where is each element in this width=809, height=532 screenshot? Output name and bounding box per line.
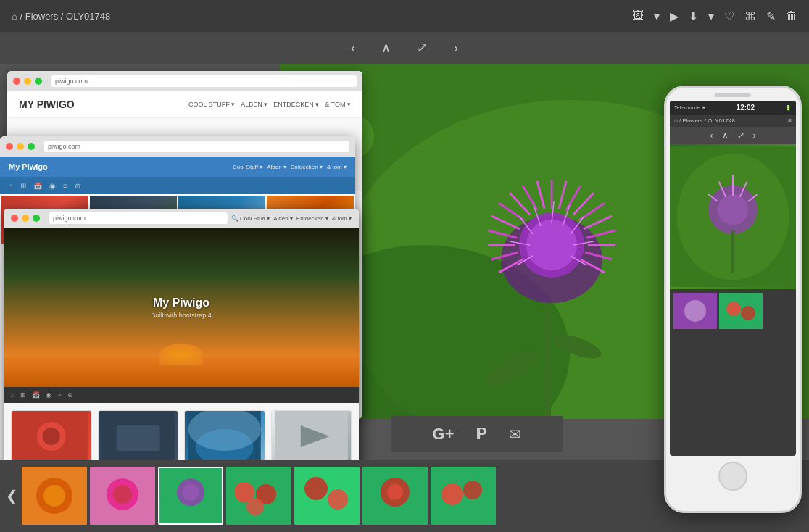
- minimize-dot[interactable]: [24, 78, 31, 85]
- nav-alben-1[interactable]: ALBEN ▾: [241, 101, 267, 108]
- phone-main-image[interactable]: [670, 144, 796, 289]
- nav-coolstuff-1[interactable]: COOL STUFF ▾: [188, 101, 235, 108]
- svg-point-64: [304, 477, 328, 500]
- nav-tom-3[interactable]: & tom ▾: [332, 215, 352, 222]
- piwigo-nav-items-1: COOL STUFF ▾ ALBEN ▾ ENTDECKEN ▾ & TOM ▾: [188, 101, 351, 108]
- image-icon[interactable]: 🖼: [632, 9, 644, 22]
- svg-point-83: [684, 300, 706, 322]
- phone-thumb-2[interactable]: [719, 293, 763, 329]
- album-thumb-landscape: [185, 411, 265, 462]
- breadcrumb: ⌂ / Flowers / OLY01748: [12, 11, 632, 22]
- svg-point-65: [328, 489, 348, 510]
- strip-thumb-active[interactable]: [158, 467, 223, 525]
- top-toolbar: ⌂ / Flowers / OLY01748 🖼 ▾ ▶ ⬇ ▾ ♡ ⌘ ✎ 🗑: [0, 0, 809, 32]
- strip-thumb-1[interactable]: [22, 467, 87, 525]
- toolbar-icons: 🖼 ▾ ▶ ⬇ ▾ ♡ ⌘ ✎ 🗑: [632, 9, 797, 23]
- strip-thumb-6[interactable]: [431, 467, 496, 525]
- list-icon-3[interactable]: ≡: [57, 391, 61, 399]
- nav-entdecken-3[interactable]: Entdecken ▾: [296, 215, 328, 222]
- piwigo-nav-1: MY PIWIGO COOL STUFF ▾ ALBEN ▾ ENTDECKEN…: [7, 91, 362, 118]
- up-button[interactable]: ∧: [376, 37, 397, 59]
- svg-point-86: [741, 306, 755, 320]
- svg-point-70: [441, 483, 463, 505]
- dark-hero-title: My Piwigo: [153, 296, 209, 309]
- phone-next-button[interactable]: ›: [753, 130, 756, 141]
- pinterest-icon[interactable]: 𝗣: [476, 425, 487, 444]
- home-icon-3[interactable]: ⌂: [11, 391, 14, 399]
- close-dot-3[interactable]: [11, 215, 18, 222]
- nav-search-3[interactable]: 🔍 Cool Stuff ▾: [231, 215, 270, 222]
- phone-up-button[interactable]: ∧: [722, 130, 729, 141]
- strip-thumb-5[interactable]: [362, 467, 428, 525]
- strip-thumb-3[interactable]: [226, 467, 291, 525]
- main-area: Demo Gall piwigo.com MY PIWIGO COOL STUF…: [0, 64, 809, 532]
- share-icon[interactable]: ⌘: [744, 9, 756, 23]
- dropdown-arrow-icon[interactable]: ▾: [654, 9, 660, 23]
- googleplus-icon[interactable]: G+: [433, 425, 455, 444]
- url-bar-2[interactable]: piwigo.com: [44, 141, 349, 152]
- phone-prev-button[interactable]: ‹: [710, 130, 713, 141]
- prev-button[interactable]: ‹: [345, 38, 361, 59]
- close-dot-2[interactable]: [6, 143, 13, 150]
- strip-thumb-4[interactable]: [294, 467, 360, 525]
- phone-speaker: [715, 93, 751, 97]
- piwigo-nav-3: 🔍 Cool Stuff ▾ Alben ▾ Entdecken ▾ & tom…: [231, 215, 352, 222]
- grid-icon-3[interactable]: ⊞: [20, 391, 26, 399]
- expand-button[interactable]: ⤢: [411, 37, 433, 59]
- album-thumb-travel: [99, 411, 178, 462]
- phone-home-button[interactable]: [718, 462, 747, 491]
- mail-icon[interactable]: ✉: [509, 425, 521, 443]
- nav-entdecken-1[interactable]: ENTDECKEN ▾: [273, 101, 319, 108]
- piwigo-header-2: My Piwigo Cool Stuff ▾ Alben ▾ Entdecken…: [0, 157, 355, 177]
- maximize-dot-2[interactable]: [28, 143, 35, 150]
- map-icon[interactable]: ◉: [49, 182, 56, 190]
- url-bar-3[interactable]: piwigo.com: [49, 212, 228, 224]
- strip-prev-button[interactable]: ❮: [6, 487, 18, 504]
- nav-alben-2[interactable]: Alben ▾: [267, 164, 286, 170]
- tags-icon-3[interactable]: ⊕: [67, 391, 73, 399]
- phone-status-bar: Telekom.de ✦ 12:02 🔋: [670, 101, 796, 115]
- next-button[interactable]: ›: [448, 38, 464, 59]
- dropdown-arrow-2-icon[interactable]: ▾: [708, 9, 714, 23]
- tags-icon[interactable]: ⊕: [75, 182, 80, 190]
- list-icon[interactable]: ≡: [63, 182, 67, 190]
- phone-thumb-1[interactable]: [673, 293, 717, 329]
- phone-menu-icon[interactable]: ≡: [788, 117, 792, 124]
- minimize-dot-3[interactable]: [22, 215, 29, 222]
- url-bar-1[interactable]: piwigo.com: [51, 75, 357, 87]
- close-dot[interactable]: [13, 78, 20, 85]
- minimize-dot-2[interactable]: [17, 143, 24, 150]
- nav-coolstuff-2[interactable]: Cool Stuff ▾: [233, 164, 262, 170]
- svg-rect-69: [431, 467, 496, 525]
- play-icon[interactable]: ▶: [670, 9, 679, 23]
- home-icon-2[interactable]: ⌂: [9, 182, 13, 190]
- maximize-dot-3[interactable]: [33, 215, 40, 222]
- phone-nav: ‹ ∧ ⤢ ›: [670, 127, 796, 144]
- phone-carrier: Telekom.de ✦: [674, 105, 706, 111]
- strip-thumb-2[interactable]: [90, 467, 155, 525]
- pencil-icon[interactable]: ✎: [766, 9, 776, 23]
- dark-hero-subtitle: Built with bootstrap 4: [151, 312, 212, 319]
- dark-hero: My Piwigo Built with bootstrap 4: [4, 228, 359, 387]
- phone-thumbs: [670, 289, 796, 333]
- heart-icon[interactable]: ♡: [724, 9, 734, 23]
- svg-rect-44: [116, 425, 159, 451]
- trash-icon[interactable]: 🗑: [786, 9, 797, 22]
- nav-alben-3[interactable]: Alben ▾: [273, 215, 293, 222]
- phone-time: 12:02: [737, 104, 755, 112]
- album-thumb-video: [272, 411, 352, 462]
- svg-point-75: [718, 194, 749, 225]
- nav-tom-1[interactable]: & TOM ▾: [325, 101, 351, 108]
- svg-point-27: [526, 220, 577, 270]
- phone-expand-button[interactable]: ⤢: [737, 130, 744, 141]
- social-bar: G+ 𝗣 ✉: [391, 416, 563, 452]
- nav-tom-2[interactable]: & tom ▾: [327, 164, 347, 170]
- calendar-icon[interactable]: 📅: [33, 182, 42, 190]
- download-icon[interactable]: ⬇: [689, 9, 698, 23]
- phone-screen: Telekom.de ✦ 12:02 🔋 ⌂ / Flowers / OLY01…: [670, 101, 796, 456]
- calendar-icon-3[interactable]: 📅: [32, 391, 40, 399]
- maximize-dot[interactable]: [35, 78, 42, 85]
- grid-icon[interactable]: ⊞: [20, 182, 26, 190]
- nav-entdecken-2[interactable]: Entdecken ▾: [291, 164, 323, 170]
- map-icon-3[interactable]: ◉: [46, 391, 51, 399]
